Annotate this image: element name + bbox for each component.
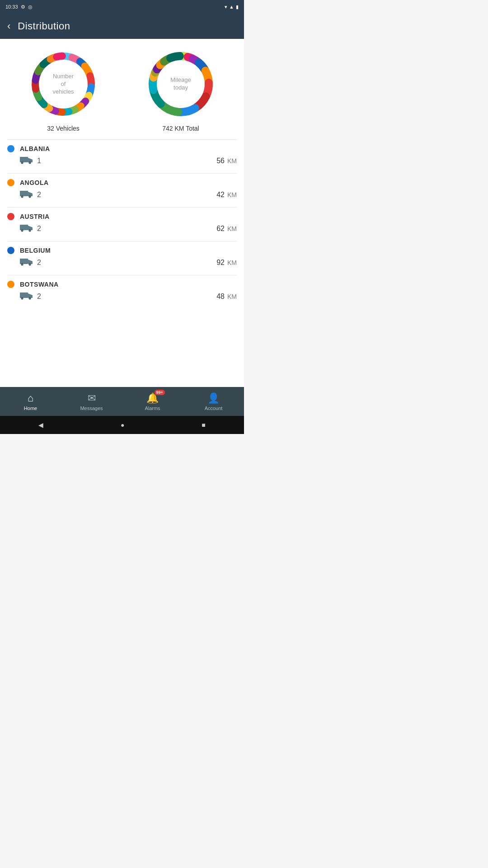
- svg-point-23: [29, 264, 30, 265]
- country-name: AUSTRIA: [20, 213, 50, 220]
- mileage-info: 62 KM: [216, 225, 237, 233]
- list-item: BELGIUM 2: [0, 241, 244, 275]
- mileage-unit: KM: [227, 259, 237, 266]
- country-details: 2 42 KM: [7, 189, 237, 205]
- country-dot: [7, 281, 14, 288]
- svg-point-17: [29, 230, 30, 231]
- svg-rect-24: [20, 292, 28, 298]
- truck-icon: [20, 223, 33, 235]
- list-item: ANGOLA 2: [0, 174, 244, 207]
- country-details: 1 56 KM: [7, 155, 237, 171]
- wifi-icon: ▾: [225, 4, 227, 10]
- nav-account[interactable]: 👤 Account: [183, 387, 244, 416]
- country-name: ALBANIA: [20, 145, 50, 152]
- svg-rect-0: [20, 157, 28, 162]
- country-details: 2 62 KM: [7, 223, 237, 239]
- list-item: AUSTRIA 2: [0, 208, 244, 241]
- mileage-info: 56 KM: [216, 157, 237, 165]
- time: 10:33: [5, 4, 18, 9]
- bottom-nav: ⌂ Home ✉ Messages 99+ 🔔 Alarms 👤 Account: [0, 387, 244, 416]
- at-icon: ◎: [28, 4, 33, 10]
- country-dot: [7, 247, 14, 254]
- mileage-unit: KM: [227, 191, 237, 198]
- svg-point-21: [22, 264, 23, 265]
- vehicles-total: 32 Vehicles: [47, 125, 80, 132]
- truck-icon: [20, 155, 33, 167]
- back-button[interactable]: ‹: [7, 20, 10, 32]
- svg-point-5: [29, 162, 30, 163]
- svg-point-3: [22, 162, 23, 163]
- android-nav: ◀ ● ■: [0, 416, 244, 434]
- mileage-unit: KM: [227, 293, 237, 300]
- content-area: Numberofvehicles 32 Vehicles Mileagetoda…: [0, 39, 244, 387]
- vehicle-info: 2: [20, 257, 41, 269]
- truck-icon: [20, 291, 33, 302]
- country-header: BOTSWANA: [7, 281, 237, 288]
- status-bar: 10:33 ⚙ ◎ ▾ ▲ ▮: [0, 0, 244, 14]
- vehicle-info: 2: [20, 189, 41, 201]
- country-details: 2 48 KM: [7, 291, 237, 307]
- country-list: ALBANIA 1: [0, 140, 244, 309]
- android-back[interactable]: ◀: [38, 421, 43, 429]
- vehicle-info: 1: [20, 155, 41, 167]
- truck-icon: [20, 257, 33, 269]
- vehicles-donut: Numberofvehicles: [27, 48, 99, 120]
- country-dot: [7, 179, 14, 186]
- nav-messages[interactable]: ✉ Messages: [61, 387, 122, 416]
- nav-home-label: Home: [24, 406, 37, 411]
- signal-icon: ▲: [229, 4, 234, 9]
- vehicles-chart: Numberofvehicles 32 Vehicles: [27, 48, 99, 132]
- mileage-donut: Mileagetoday: [145, 48, 217, 120]
- country-name: ANGOLA: [20, 179, 49, 186]
- svg-point-11: [29, 196, 30, 197]
- list-item: ALBANIA 1: [0, 140, 244, 173]
- country-header: ANGOLA: [7, 179, 237, 186]
- charts-section: Numberofvehicles 32 Vehicles Mileagetoda…: [0, 39, 244, 139]
- vehicle-count: 2: [37, 259, 41, 267]
- nav-messages-label: Messages: [80, 406, 103, 411]
- home-icon: ⌂: [28, 392, 33, 404]
- country-header: AUSTRIA: [7, 213, 237, 220]
- mileage-info: 92 KM: [216, 259, 237, 267]
- page-title: Distribution: [18, 20, 70, 32]
- vehicle-count: 1: [37, 157, 41, 165]
- account-icon: 👤: [207, 392, 220, 404]
- nav-alarms[interactable]: 99+ 🔔 Alarms: [122, 387, 183, 416]
- android-recent[interactable]: ■: [202, 421, 205, 429]
- svg-rect-12: [20, 225, 28, 230]
- header: ‹ Distribution: [0, 14, 244, 39]
- mileage-total: 742 KM Total: [162, 125, 199, 132]
- nav-alarms-label: Alarms: [145, 406, 160, 411]
- vehicle-info: 2: [20, 223, 41, 235]
- country-details: 2 92 KM: [7, 257, 237, 273]
- nav-home[interactable]: ⌂ Home: [0, 387, 61, 416]
- mileage-info: 48 KM: [216, 292, 237, 301]
- list-item: BOTSWANA 2: [0, 275, 244, 309]
- vehicle-info: 2: [20, 291, 41, 302]
- country-header: ALBANIA: [7, 145, 237, 152]
- mileage-value: 62: [216, 225, 225, 233]
- svg-marker-25: [28, 293, 33, 298]
- vehicle-count: 2: [37, 225, 41, 233]
- nav-account-label: Account: [205, 406, 223, 411]
- country-dot: [7, 213, 14, 220]
- country-name: BOTSWANA: [20, 281, 59, 288]
- svg-rect-6: [20, 191, 28, 196]
- svg-marker-1: [28, 158, 33, 162]
- truck-icon: [20, 189, 33, 201]
- mileage-value: 48: [216, 292, 225, 301]
- svg-point-29: [29, 298, 30, 299]
- alarms-badge: 99+: [155, 390, 165, 395]
- mileage-value: 92: [216, 259, 225, 267]
- country-name: BELGIUM: [20, 247, 51, 254]
- mileage-chart: Mileagetoday 742 KM Total: [145, 48, 217, 132]
- svg-marker-13: [28, 226, 33, 230]
- mileage-info: 42 KM: [216, 191, 237, 199]
- mileage-unit: KM: [227, 157, 237, 165]
- mileage-unit: KM: [227, 225, 237, 232]
- settings-icon: ⚙: [21, 4, 25, 10]
- messages-icon: ✉: [88, 392, 96, 404]
- mileage-value: 42: [216, 191, 225, 199]
- android-home[interactable]: ●: [121, 421, 124, 429]
- svg-marker-19: [28, 259, 33, 264]
